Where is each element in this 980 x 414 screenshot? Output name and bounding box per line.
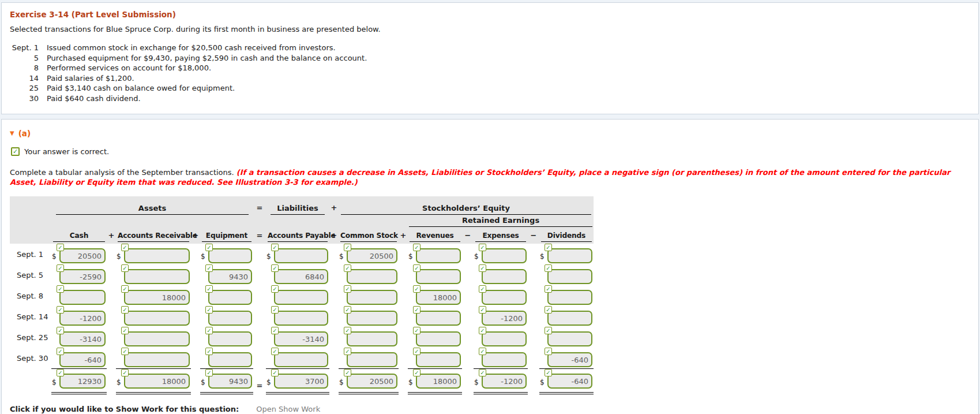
amount-input-sept-30-accounts-receivable[interactable]: [124, 352, 190, 367]
amount-input-sept-8-equipment[interactable]: [208, 290, 252, 305]
amount-input-sept-30-cash[interactable]: [59, 352, 106, 367]
col-header-accounts-receivable: Accounts Receivable: [118, 232, 189, 242]
currency-symbol: $: [540, 252, 545, 260]
table-cell: ✓: [116, 306, 191, 327]
amount-input-sept-14-common-stock[interactable]: [347, 311, 397, 326]
correct-checkmark-icon: ✓: [545, 285, 552, 293]
amount-input-sept-25-expenses[interactable]: [482, 331, 527, 346]
correct-checkmark-icon: ✓: [413, 244, 420, 251]
table-cell: ✓: [539, 327, 594, 348]
amount-input-sept-1-revenues[interactable]: [416, 248, 461, 263]
amount-input-sept-5-accounts-payable[interactable]: [274, 269, 328, 284]
table-cell: ✓: [539, 306, 594, 327]
currency-symbol: $: [266, 252, 271, 260]
correct-checkmark-icon: ✓: [121, 306, 129, 314]
correct-checkmark-icon: ✓: [344, 306, 351, 314]
amount-input-sept-1-expenses[interactable]: [482, 248, 527, 263]
amount-input-sept-25-common-stock[interactable]: [347, 331, 397, 346]
amount-input-total-accounts-payable[interactable]: [274, 374, 328, 389]
total-double-underline: [539, 392, 594, 394]
amount-input-sept-8-dividends[interactable]: [547, 290, 592, 305]
amount-input-sept-1-dividends[interactable]: [547, 248, 592, 263]
amount-input-total-cash[interactable]: [59, 374, 106, 389]
amount-input-sept-14-accounts-payable[interactable]: [274, 311, 328, 326]
amount-input-sept-8-common-stock[interactable]: [347, 290, 397, 305]
amount-input-sept-5-cash[interactable]: [59, 269, 106, 284]
answer-panel: ▼ (a) ✓ Your answer is correct. Complete…: [1, 119, 979, 414]
exercise-title: Exercise 3-14 (Part Level Submission): [10, 10, 969, 19]
amount-input-sept-14-expenses[interactable]: [482, 311, 527, 326]
amount-input-sept-14-revenues[interactable]: [416, 311, 461, 326]
transaction-date: 14: [10, 73, 39, 84]
amount-input-total-common-stock[interactable]: [347, 374, 397, 389]
amount-input-total-revenues[interactable]: [416, 374, 461, 389]
amount-input-sept-25-cash[interactable]: [59, 331, 106, 346]
amount-input-sept-8-expenses[interactable]: [482, 290, 527, 305]
amount-input-sept-1-equipment[interactable]: [208, 248, 252, 263]
plus-sign: +: [329, 231, 339, 242]
correct-checkmark-icon: ✓: [344, 285, 351, 293]
exercise-panel: Exercise 3-14 (Part Level Submission) Se…: [1, 2, 979, 114]
amount-input-sept-14-equipment[interactable]: [208, 311, 252, 326]
amount-input-sept-1-common-stock[interactable]: [347, 248, 397, 263]
amount-input-sept-30-accounts-payable[interactable]: [274, 352, 328, 367]
table-cell: ✓: [266, 285, 329, 306]
table-body: Sept. 1$✓$✓$✓$✓$✓$✓$✓$✓Sept. 5✓✓✓✓✓✓✓✓Se…: [10, 244, 594, 396]
table-cell: ✓: [266, 348, 329, 368]
amount-input-total-equipment[interactable]: [208, 374, 252, 389]
table-cell: $✓: [339, 368, 399, 396]
table-header: Assets = Liabilities + Stockholders’ Equ…: [10, 196, 594, 244]
amount-input-sept-1-cash[interactable]: [59, 248, 106, 263]
amount-input-sept-1-accounts-payable[interactable]: [274, 248, 328, 263]
correct-checkmark-icon: ✓: [121, 327, 129, 334]
table-cell: ✓: [200, 306, 253, 327]
currency-symbol: $: [201, 252, 205, 260]
correct-checkmark-icon: ✓: [479, 348, 486, 355]
amount-input-sept-5-revenues[interactable]: [416, 269, 461, 284]
correct-checkmark-icon: ✓: [271, 244, 279, 251]
correct-checkmark-icon: ✓: [271, 285, 279, 293]
amount-input-sept-30-revenues[interactable]: [416, 352, 461, 367]
amount-input-sept-30-expenses[interactable]: [482, 352, 527, 367]
amount-input-sept-5-equipment[interactable]: [208, 269, 252, 284]
currency-symbol: $: [266, 378, 271, 386]
amount-input-sept-30-dividends[interactable]: [547, 352, 592, 367]
open-show-work-link[interactable]: Open Show Work: [256, 405, 320, 413]
amount-input-sept-25-dividends[interactable]: [547, 331, 592, 346]
amount-input-sept-14-accounts-receivable[interactable]: [124, 311, 190, 326]
amount-input-sept-8-accounts-payable[interactable]: [274, 290, 328, 305]
amount-input-sept-30-equipment[interactable]: [208, 352, 252, 367]
table-cell: ✓: [200, 285, 253, 306]
amount-input-sept-25-revenues[interactable]: [416, 331, 461, 346]
amount-input-sept-8-cash[interactable]: [59, 290, 106, 305]
amount-input-total-accounts-receivable[interactable]: [124, 374, 190, 389]
amount-input-sept-25-accounts-payable[interactable]: [274, 331, 328, 346]
amount-input-sept-5-dividends[interactable]: [547, 269, 592, 284]
group-assets: Assets: [56, 204, 249, 215]
collapse-triangle-icon[interactable]: ▼: [10, 130, 14, 136]
table-cell: ✓: [116, 264, 191, 285]
amount-input-sept-5-expenses[interactable]: [482, 269, 527, 284]
amount-input-total-expenses[interactable]: [482, 374, 527, 389]
table-cell: $✓: [408, 368, 462, 396]
amount-input-sept-8-accounts-receivable[interactable]: [124, 290, 190, 305]
correct-checkmark-icon: ✓: [545, 348, 552, 355]
amount-input-sept-25-accounts-receivable[interactable]: [124, 331, 190, 346]
amount-input-sept-14-cash[interactable]: [59, 311, 106, 326]
amount-input-sept-14-dividends[interactable]: [547, 311, 592, 326]
table-cell: ✓: [51, 264, 107, 285]
amount-input-sept-8-revenues[interactable]: [416, 290, 461, 305]
table-cell: ✓: [539, 348, 594, 368]
amount-input-sept-1-accounts-receivable[interactable]: [124, 248, 190, 263]
amount-input-sept-5-common-stock[interactable]: [347, 269, 397, 284]
col-header-equipment: Equipment: [202, 232, 251, 242]
table-cell: ✓: [339, 306, 399, 327]
plus-sign: +: [399, 231, 408, 242]
total-double-underline: [200, 392, 253, 394]
amount-input-total-dividends[interactable]: [547, 374, 592, 389]
table-cell: ✓: [339, 348, 399, 368]
group-stockholders-equity: Stockholders’ Equity: [341, 204, 591, 215]
amount-input-sept-25-equipment[interactable]: [208, 331, 252, 346]
amount-input-sept-30-common-stock[interactable]: [347, 352, 397, 367]
amount-input-sept-5-accounts-receivable[interactable]: [124, 269, 190, 284]
